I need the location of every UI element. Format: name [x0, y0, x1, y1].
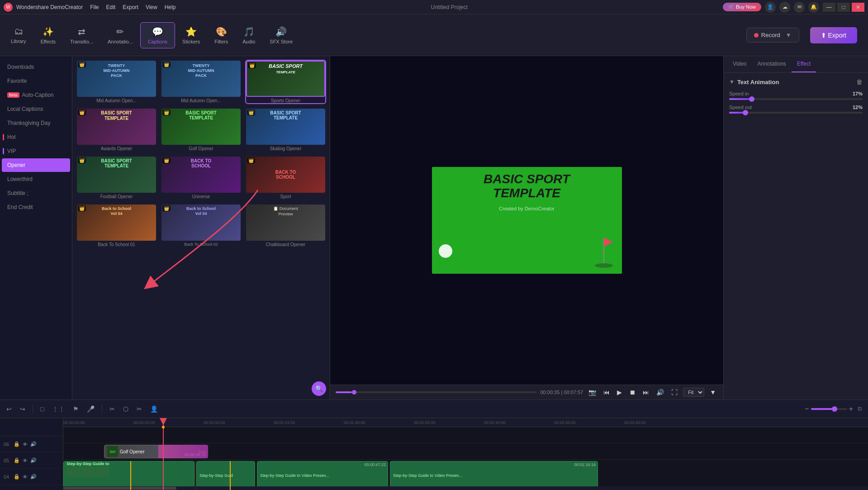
split-button[interactable]: ⋮⋮ [49, 404, 67, 414]
horizontal-scrollbar-thumb[interactable] [63, 487, 176, 490]
toolbar-sfx[interactable]: 🔊 SFX Store [262, 23, 300, 48]
stop-btn[interactable]: ⏹ [627, 388, 637, 397]
toolbar-annotations[interactable]: ✏ Annotatio... [100, 23, 140, 48]
next-btn[interactable]: ⏭ [641, 388, 651, 397]
track04-split-1 [130, 461, 131, 490]
track-audio-04[interactable]: 🔊 [30, 474, 37, 480]
profile-icon[interactable]: 👤 [765, 2, 776, 13]
sidebar-item-end-credit[interactable]: End Credit [2, 200, 70, 214]
marker-button[interactable]: ⚑ [70, 404, 81, 414]
undo-button[interactable]: ↩ [4, 404, 14, 414]
sidebar-item-lowerthird[interactable]: Lowerthird [2, 172, 70, 186]
prev-btn[interactable]: ⏮ [602, 388, 612, 397]
track04-clip-3[interactable]: Step-by-Step Guide to Video Presen... 00… [257, 461, 388, 490]
sidebar-item-local-captions[interactable]: Local Captions [2, 102, 70, 116]
speed-out-thumb[interactable] [743, 110, 748, 115]
grid-item-sport[interactable]: 👑 BACK TOSCHOOL Sport [245, 156, 326, 200]
speed-in-thumb[interactable] [749, 96, 754, 102]
minimize-button[interactable]: — [823, 3, 835, 12]
buy-now-button[interactable]: 🛒 Buy Now [723, 3, 761, 11]
toolbar-filters[interactable]: 🎨 Filters [207, 23, 235, 48]
toolbar-audio[interactable]: 🎵 Audio [235, 23, 262, 48]
close-button[interactable]: ✕ [852, 3, 864, 12]
track04-clip-1[interactable]: Step-by-Step Guide to [63, 461, 194, 490]
track-audio-05[interactable]: 🔊 [30, 457, 37, 463]
track-eye-06[interactable]: 👁 [23, 442, 28, 447]
record-voice-button[interactable]: 🎤 [84, 404, 97, 414]
collapse-button[interactable]: ▼ [729, 79, 735, 85]
grid-item-mid-autumn-1[interactable]: 👑 TWENTYMID·AUTUMNPACK Mid Autumn Open..… [76, 60, 157, 104]
trim-button[interactable]: ✂ [134, 404, 145, 414]
zoom-slider[interactable] [811, 408, 847, 410]
track-eye-05[interactable]: 👁 [23, 458, 28, 463]
speed-in-slider[interactable] [729, 98, 863, 100]
redo-button[interactable]: ↪ [17, 404, 28, 414]
menu-file[interactable]: File [90, 4, 99, 10]
menu-export[interactable]: Export [123, 4, 138, 10]
delete-effect-button[interactable]: 🗑 [856, 78, 863, 86]
search-button[interactable]: 🔍 [312, 381, 326, 396]
track-audio-06[interactable]: 🔊 [30, 441, 37, 447]
sidebar-label-favorite: Favorite [7, 78, 27, 84]
tab-video[interactable]: Video [727, 56, 752, 72]
track-lock-06[interactable]: 🔒 [14, 441, 20, 447]
cut-button[interactable]: ✂ [107, 404, 118, 414]
tab-annotations[interactable]: Annotations [752, 56, 791, 72]
sidebar-item-thanksgiving[interactable]: Thanksgiving Day [2, 116, 70, 130]
tab-effect[interactable]: Effect [792, 56, 816, 72]
play-btn[interactable]: ▶ [615, 388, 624, 397]
sidebar-item-auto-caption[interactable]: Beta Auto-Caption [2, 88, 70, 102]
grid-item-sports-opener[interactable]: 👑 BASIC SPORTTEMPLATE Sports Opener [245, 60, 326, 104]
sidebar-item-opener[interactable]: Opener [2, 158, 70, 172]
grid-item-football-opener[interactable]: 👑 BASIC SPORTTEMPLATE Football Opener [76, 156, 157, 200]
maximize-button[interactable]: □ [837, 3, 850, 12]
grid-item-awards-opener[interactable]: 👑 BASIC SPORTTEMPLATE Awards Opener [76, 108, 157, 152]
grid-item-back-to-school-1[interactable]: 👑 Back to SchoolVol 04 Back To School 01 [76, 204, 157, 248]
zoom-thumb[interactable] [832, 406, 837, 412]
add-person-button[interactable]: 👤 [147, 404, 161, 414]
snapshot-button[interactable]: □ [38, 404, 47, 414]
camera-btn[interactable]: 📷 [587, 388, 598, 397]
speed-out-slider[interactable] [729, 112, 863, 114]
sidebar-item-vip[interactable]: VIP [2, 144, 70, 158]
mail-icon[interactable]: ✉ [794, 2, 805, 13]
toolbar-transitions[interactable]: ⇄ Transitio... [63, 23, 100, 48]
zoom-in-button[interactable]: + [849, 405, 853, 413]
record-button[interactable]: Record ▼ [746, 28, 799, 43]
track04-clip-4[interactable]: Step-by-Step Guide to Video Presen... 00… [390, 461, 598, 490]
volume-btn[interactable]: 🔊 [655, 388, 666, 397]
grid-item-golf-opener[interactable]: 👑 BASIC SPORTTEMPLATE Golf Opener [161, 108, 242, 152]
tl-playhead[interactable] [163, 418, 164, 490]
toolbar-library[interactable]: 🗂 Library [4, 23, 33, 48]
track04-clip-2[interactable]: Step-by-Step Guid [196, 461, 255, 490]
sidebar-item-downloads[interactable]: Downloads [2, 60, 70, 74]
zoom-out-button[interactable]: − [805, 405, 809, 413]
track-lock-04[interactable]: 🔒 [14, 474, 20, 480]
toolbar-captions[interactable]: 💬 Captions [140, 22, 175, 48]
menu-view[interactable]: View [146, 4, 157, 10]
preview-progress-bar[interactable] [336, 391, 537, 393]
thumb-football-opener: 👑 BASIC SPORTTEMPLATE [77, 157, 156, 193]
sidebar-item-hot[interactable]: Hot [2, 130, 70, 144]
grid-item-universe[interactable]: 👑 BACK TOSCHOOL Universe [161, 156, 242, 200]
fit-select[interactable]: Fit [683, 388, 704, 397]
track-eye-04[interactable]: 👁 [23, 474, 28, 480]
sidebar-item-favorite[interactable]: Favorite [2, 74, 70, 88]
bell-icon[interactable]: 🔔 [808, 2, 819, 13]
cloud-icon[interactable]: ☁ [779, 2, 790, 13]
thumb-mid-autumn-2: 👑 TWENTYMID·AUTUMNPACK [161, 61, 241, 97]
sidebar-item-subtitle[interactable]: Subtitle ; [2, 186, 70, 200]
toolbar-effects[interactable]: ✨ Effects [33, 23, 63, 48]
fullscreen-btn[interactable]: ⛶ [669, 388, 679, 397]
grid-item-mid-autumn-2[interactable]: 👑 TWENTYMID·AUTUMNPACK Mid Autumn Open..… [161, 60, 242, 104]
menu-help[interactable]: Help [165, 4, 176, 10]
grid-item-skating-opener[interactable]: 👑 BASIC SPORTTEMPLATE Skating Opener [245, 108, 326, 152]
fit-timeline-button[interactable]: ⊡ [855, 404, 864, 414]
menu-edit[interactable]: Edit [106, 4, 116, 10]
track-lock-05[interactable]: 🔒 [14, 457, 20, 463]
toolbar-stickers[interactable]: ⭐ Stickers [175, 23, 207, 48]
grid-item-back-to-school-2[interactable]: 👑 Back to SchoolVol 04 Back To School 02 [161, 204, 242, 248]
transition-button[interactable]: ⬡ [120, 404, 131, 414]
export-button[interactable]: ⬆ Export [810, 27, 857, 43]
grid-item-chalkboard-opener[interactable]: 📋 DocumentPreview Chalkboard Opener [245, 204, 326, 248]
